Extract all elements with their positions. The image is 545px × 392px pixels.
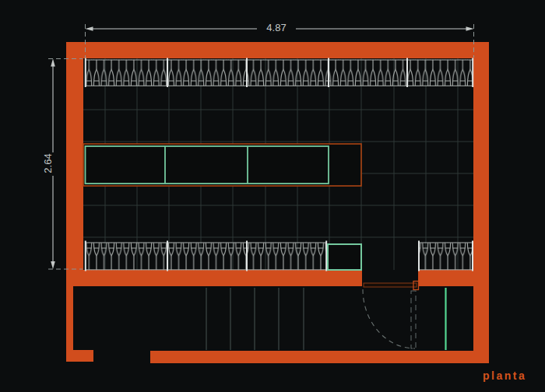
- door-leaf-open-dashed: [411, 291, 416, 348]
- wine-rack-bottom-left: [85, 241, 327, 271]
- wine-rack-bottom-right: [419, 241, 473, 271]
- floor-plan-canvas: 4.87 2.64 planta: [0, 0, 545, 392]
- dimension-height-label: 2.64: [43, 149, 54, 177]
- wall-left: [66, 58, 83, 270]
- lower-wall-left-foot: [66, 350, 93, 362]
- wall-bottom-left-segment: [66, 270, 362, 286]
- dimension-width-label: 4.87: [256, 23, 297, 33]
- wall-top: [66, 42, 489, 58]
- wall-bottom-right-segment: [418, 270, 489, 286]
- stair-tread-lines: [206, 288, 304, 350]
- wine-rack-top: [85, 58, 473, 88]
- wall-right: [473, 58, 489, 270]
- door: [363, 282, 419, 349]
- lower-wall-bottom: [150, 351, 489, 363]
- storage-box-green: [328, 244, 361, 270]
- tasting-table: [83, 144, 361, 186]
- door-leaf-closed: [364, 283, 417, 287]
- plan-title: planta: [483, 369, 542, 382]
- floor-plan-drawing: [0, 0, 545, 392]
- wall-right-lower-extension: [473, 286, 489, 363]
- door-swing-arc: [363, 289, 415, 348]
